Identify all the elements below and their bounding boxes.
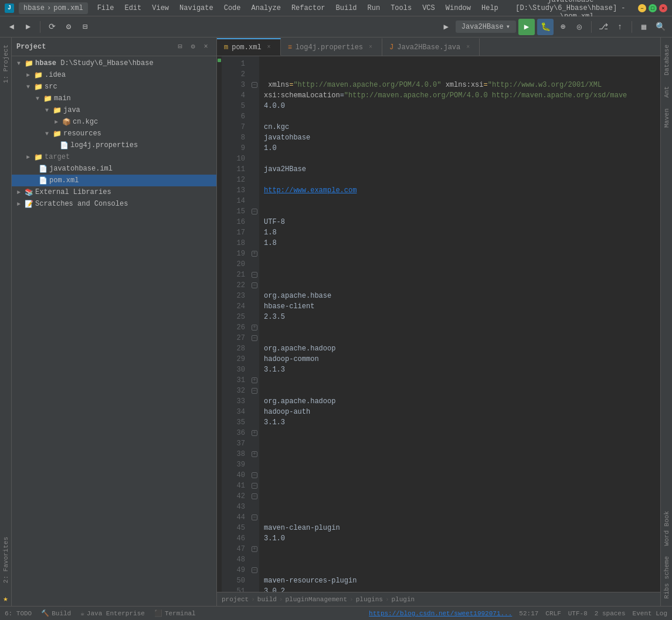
menu-file[interactable]: File — [93, 3, 119, 13]
breadcrumb-plugin[interactable]: plugin — [392, 596, 415, 603]
run-config-icon[interactable]: ▶ — [439, 20, 453, 34]
breadcrumb-sep3: › — [349, 596, 354, 603]
pom-tab-label: pom.xml — [232, 43, 261, 52]
code-line: 1.8 — [264, 238, 660, 248]
breadcrumb-build[interactable]: build — [257, 596, 277, 603]
tree-item-src[interactable]: ▼ 📁 src — [12, 81, 216, 93]
target-arrow-icon: ► — [23, 154, 33, 161]
tree-item-java[interactable]: ▼ 📁 java — [12, 104, 216, 116]
tree-item-ext-libs[interactable]: ► 📚 External Libraries — [12, 186, 216, 198]
tree-item-resources[interactable]: ▼ 📁 resources — [12, 128, 216, 139]
line-ending[interactable]: CRLF — [545, 610, 561, 617]
minimize-button[interactable]: − — [638, 4, 646, 12]
indent-settings[interactable]: 2 spaces — [595, 610, 626, 617]
menu-analyze[interactable]: Analyze — [247, 3, 286, 13]
tree-item-scratches[interactable]: ► 📝 Scratches and Consoles — [12, 198, 216, 210]
build-btn[interactable]: 🔨 Build — [41, 609, 71, 617]
tree-item-main[interactable]: ▼ 📁 main — [12, 93, 216, 104]
tree-item-idea[interactable]: ► 📁 .idea — [12, 69, 216, 81]
close-button[interactable]: × — [659, 4, 667, 12]
vcs-icon[interactable]: ↑ — [613, 20, 627, 34]
run-configuration[interactable]: Java2HBase ▾ — [456, 21, 516, 33]
menu-vcs[interactable]: VCS — [418, 3, 440, 13]
sidebar-settings-btn[interactable]: ⚙ — [187, 41, 199, 53]
maven-panel-btn[interactable]: Maven — [661, 104, 672, 132]
ribs-panel-btn[interactable]: Ribs scheme — [661, 551, 672, 604]
menu-build[interactable]: Build — [331, 3, 362, 13]
code-line: http://www.example.com — [264, 185, 660, 196]
project-breadcrumb[interactable]: hbase › pom.xml — [19, 2, 88, 14]
file-tree: ▼ 📁 hbase D:\Study\6_Hbase\hbase ► 📁 .id… — [12, 56, 216, 606]
layout-icon[interactable]: ▦ — [637, 20, 651, 34]
code-line: cn.kgc — [264, 122, 660, 132]
wordbook-panel-btn[interactable]: Word Book — [661, 506, 672, 550]
tab-java2hbase[interactable]: J Java2HBase.java × — [382, 38, 480, 56]
code-line: org.apache.hbase — [264, 291, 660, 301]
tree-item-iml[interactable]: 📄 javatohbase.iml — [12, 163, 216, 175]
tab-bar: m pom.xml × ≡ log4j.properties × J Java2… — [217, 38, 660, 56]
database-panel-btn[interactable]: Database — [661, 40, 672, 80]
nav-back-icon[interactable]: ◄ — [5, 20, 19, 34]
sync-icon[interactable]: ⟳ — [45, 20, 59, 34]
java2hbase-tab-close-icon[interactable]: × — [464, 43, 472, 52]
tree-item-cnkgc[interactable]: ► 📦 cn.kgc — [12, 116, 216, 128]
code-line: xsi:schemaLocation="http://maven.apache.… — [264, 90, 660, 101]
ant-panel-btn[interactable]: Ant — [661, 81, 672, 103]
editor[interactable]: 1234567891011121314151617181920212223242… — [217, 56, 660, 592]
search-everywhere-icon[interactable]: 🔍 — [653, 20, 667, 34]
code-line — [264, 544, 660, 554]
tree-root[interactable]: ▼ 📁 hbase D:\Study\6_Hbase\hbase — [12, 57, 216, 69]
pom-tab-close-icon[interactable]: × — [265, 43, 273, 52]
coverage-icon[interactable]: ⊕ — [556, 20, 570, 34]
git-icon[interactable]: ⎇ — [596, 20, 610, 34]
terminal-btn[interactable]: ⬛ Terminal — [154, 609, 196, 617]
settings-icon[interactable]: ⚙ — [62, 20, 76, 34]
menu-edit[interactable]: Edit — [120, 3, 146, 13]
main-label: main — [53, 94, 71, 103]
title-bar: J hbase › pom.xml File Edit View Navigat… — [0, 0, 672, 16]
csdn-link[interactable]: https://blog.csdn.net/sweet1992071... — [369, 610, 512, 617]
menu-window[interactable]: Window — [441, 3, 476, 13]
menu-view[interactable]: View — [147, 3, 174, 13]
code-line — [264, 154, 660, 164]
log4j-tab-close-icon[interactable]: × — [366, 43, 375, 52]
menu-code[interactable]: Code — [219, 3, 246, 13]
breadcrumb-plugins[interactable]: plugins — [356, 596, 383, 603]
breadcrumb-project[interactable]: project — [222, 596, 249, 603]
debug-button[interactable]: 🐛 — [537, 19, 554, 35]
code-line: maven-clean-plugin — [264, 523, 660, 533]
code-content[interactable]: xmlns="http://maven.apache.org/POM/4.0.0… — [259, 56, 660, 592]
code-line: hadoop-auth — [264, 407, 660, 417]
tab-pom-xml[interactable]: m pom.xml × — [217, 38, 281, 56]
idea-folder-icon: 📁 — [33, 70, 43, 80]
menu-navigate[interactable]: Navigate — [175, 3, 218, 13]
menu-tools[interactable]: Tools — [386, 3, 416, 13]
tree-item-log4j[interactable]: 📄 log4j.properties — [12, 139, 216, 151]
java-enterprise-btn[interactable]: ☕ Java Enterprise — [80, 609, 145, 617]
collapse-icon[interactable]: ⊟ — [78, 20, 92, 34]
breadcrumb-pluginmanagement[interactable]: pluginManagement — [285, 596, 347, 603]
maximize-button[interactable]: □ — [649, 4, 657, 12]
sidebar-close-btn[interactable]: × — [200, 41, 212, 53]
code-line: maven-resources-plugin — [264, 575, 660, 586]
cursor-position[interactable]: 52:17 — [519, 610, 538, 617]
menu-help[interactable]: Help — [477, 3, 503, 13]
tab-log4j[interactable]: ≡ log4j.properties × — [281, 38, 382, 56]
code-line — [264, 459, 660, 470]
event-log[interactable]: Event Log — [633, 610, 667, 617]
menu-run[interactable]: Run — [363, 3, 385, 13]
nav-forward-icon[interactable]: ► — [21, 20, 35, 34]
todo-btn[interactable]: 6: TODO — [5, 610, 32, 617]
java-folder-icon: 📁 — [52, 105, 62, 115]
favorites-panel-btn[interactable]: 2: Favorites — [1, 532, 11, 588]
menu-refactor[interactable]: Refactor — [287, 3, 330, 13]
code-line — [264, 270, 660, 280]
project-panel-btn[interactable]: 1: Project — [1, 40, 11, 88]
tree-item-pom[interactable]: 📄 pom.xml — [12, 175, 216, 186]
encoding[interactable]: UTF-8 — [568, 610, 588, 617]
favorites-star-icon[interactable]: ★ — [3, 594, 8, 604]
sidebar-collapse-btn[interactable]: ⊟ — [174, 41, 186, 53]
profile-icon[interactable]: ◎ — [572, 20, 586, 34]
tree-item-target[interactable]: ► 📁 target — [12, 151, 216, 163]
run-button[interactable]: ▶ — [518, 19, 535, 35]
